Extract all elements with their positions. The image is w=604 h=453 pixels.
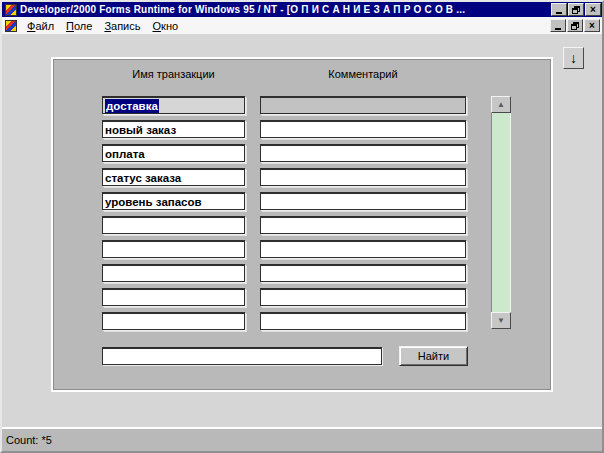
transaction-name-field[interactable] <box>102 312 245 330</box>
child-minimize-button[interactable] <box>550 19 566 32</box>
comment-field[interactable] <box>260 216 466 234</box>
menu-record-label: апись <box>111 20 140 32</box>
transaction-name-value: доставка <box>105 99 159 113</box>
find-button[interactable]: Найти <box>399 346 468 366</box>
menu-file-label: айл <box>35 20 54 32</box>
transaction-name-field[interactable]: новый заказ <box>102 120 245 138</box>
close-icon: × <box>590 5 596 15</box>
transaction-name-field[interactable] <box>102 240 245 258</box>
table-row: новый заказ <box>102 120 466 138</box>
document-icon <box>5 20 17 32</box>
form-canvas: ↓ Имя транзакции Комментарий доставканов… <box>2 34 602 451</box>
transaction-name-field[interactable]: доставка <box>102 96 245 114</box>
query-description-panel: Имя транзакции Комментарий доставкановый… <box>53 59 551 390</box>
record-count: Count: *5 <box>6 434 52 446</box>
search-input[interactable] <box>102 347 382 365</box>
table-row <box>102 288 466 306</box>
table-row: уровень запасов <box>102 192 466 210</box>
comment-field[interactable] <box>260 192 466 210</box>
menu-window-hotkey: О <box>153 20 162 32</box>
table-row: статус заказа <box>102 168 466 186</box>
down-arrow-icon: ↓ <box>570 50 577 66</box>
transaction-name-field[interactable]: статус заказа <box>102 168 245 186</box>
table-row <box>102 264 466 282</box>
comment-field[interactable] <box>260 288 466 306</box>
menu-window-label: кно <box>161 20 178 32</box>
status-bar: Count: *5 <box>2 427 602 451</box>
menu-record[interactable]: Запись <box>98 19 146 33</box>
window-title: Developer/2000 Forms Runtime for Windows… <box>20 4 551 15</box>
comment-field[interactable] <box>260 144 466 162</box>
transaction-name-value: уровень запасов <box>105 196 202 208</box>
scrollbar-up-button[interactable]: ▲ <box>491 96 511 113</box>
restore-button[interactable] <box>568 3 584 16</box>
restore-icon <box>571 22 579 30</box>
table-row: доставка <box>102 96 466 114</box>
table-row <box>102 216 466 234</box>
up-arrow-icon: ▲ <box>497 100 505 109</box>
transaction-name-field[interactable] <box>102 288 245 306</box>
comment-field[interactable] <box>260 120 466 138</box>
transaction-name-field[interactable]: оплата <box>102 144 245 162</box>
transaction-name-value: статус заказа <box>105 172 181 184</box>
child-close-button[interactable]: × <box>584 19 600 32</box>
minimize-icon <box>555 28 561 30</box>
transaction-name-field[interactable]: уровень запасов <box>102 192 245 210</box>
close-icon: × <box>589 21 595 31</box>
comment-field[interactable] <box>260 96 466 114</box>
menu-window[interactable]: Окно <box>147 19 185 33</box>
app-window: Developer/2000 Forms Runtime for Windows… <box>0 0 604 453</box>
menu-field[interactable]: Поле <box>60 19 98 33</box>
scrollbar-track[interactable] <box>491 113 511 312</box>
table-row <box>102 312 466 330</box>
form-rows: доставкановый заказоплатастатус заказаур… <box>102 96 466 330</box>
comment-field[interactable] <box>260 312 466 330</box>
transaction-name-value: новый заказ <box>105 124 176 136</box>
menu-file[interactable]: Файл <box>21 19 60 33</box>
minimize-button[interactable] <box>551 3 567 16</box>
title-bar: Developer/2000 Forms Runtime for Windows… <box>2 2 602 17</box>
transaction-name-column-header: Имя транзакции <box>102 68 245 81</box>
menu-field-hotkey: П <box>66 20 74 32</box>
comment-column-header: Комментарий <box>260 68 466 81</box>
minimize-icon <box>556 12 562 14</box>
scrollbar-down-button[interactable]: ▼ <box>491 312 511 329</box>
menu-bar: Файл Поле Запись Окно × <box>2 17 602 35</box>
transaction-name-field[interactable] <box>102 264 245 282</box>
scroll-down-toolbar-button[interactable]: ↓ <box>563 47 584 69</box>
app-icon <box>5 4 17 16</box>
comment-field[interactable] <box>260 168 466 186</box>
menu-field-label: оле <box>74 20 92 32</box>
record-scrollbar[interactable]: ▲ ▼ <box>491 96 511 329</box>
down-arrow-icon: ▼ <box>497 316 505 325</box>
comment-field[interactable] <box>260 264 466 282</box>
table-row <box>102 240 466 258</box>
transaction-name-field[interactable] <box>102 216 245 234</box>
close-button[interactable]: × <box>585 3 601 16</box>
child-restore-button[interactable] <box>567 19 583 32</box>
restore-icon <box>572 6 580 14</box>
transaction-name-value: оплата <box>105 148 145 160</box>
table-row: оплата <box>102 144 466 162</box>
comment-field[interactable] <box>260 240 466 258</box>
